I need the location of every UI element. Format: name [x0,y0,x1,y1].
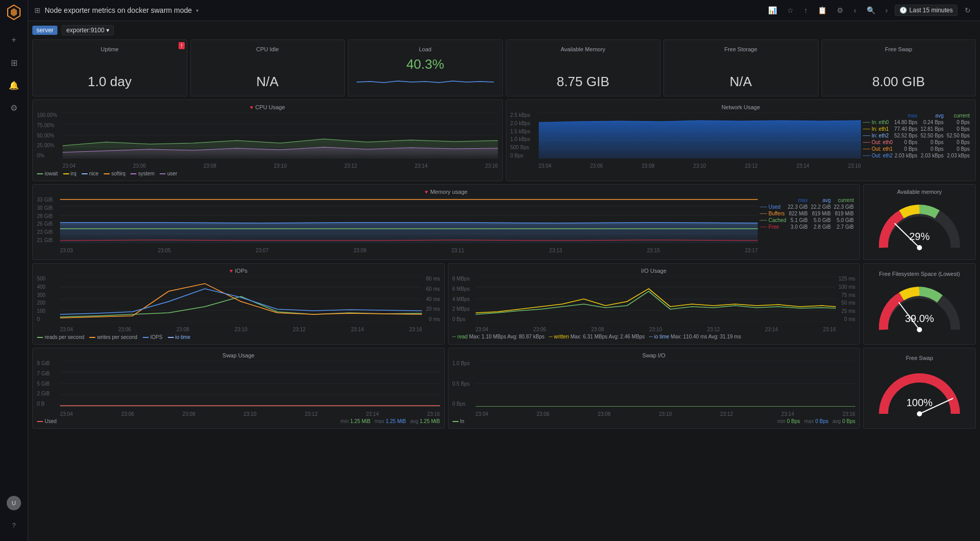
svg-text:100%: 100% [906,397,932,408]
filter-bar: server exporter:9100 ▾ [32,25,976,35]
iops-y-right: 80 ms60 ms40 ms20 ms0 ms [422,276,440,322]
help-icon[interactable]: ? [4,515,24,536]
free-swap-gauge: Free Swap 100% [863,348,976,429]
io-legend-bottom: ─ read Max: 1.10 MBps Avg: 80.87 kBps ─ … [453,334,856,339]
network-usage-chart: Network Usage 2.5 kBps2.0 kBps1.5 kBps1.… [506,99,976,181]
memory-x-labels: 23:0323:0523:0723:0923:1123:1323:1523:17 [60,248,758,253]
uptime-label: Uptime [41,46,179,52]
cpu-y-labels: 100.00%75.00%50.00%25.00%0% [37,112,63,158]
main-content: ⊞ Node exporter metrics on docker swarm … [28,0,980,541]
grid-icon: ⊞ [34,6,41,14]
free-storage-value: N/A [672,74,810,90]
swap-io-x-labels: 23:0423:0623:0823:1023:1223:1423:16 [476,411,856,417]
svg-point-24 [917,245,922,250]
swap-x-labels: 23:0423:0623:0823:1023:1223:1423:16 [60,411,440,417]
load-card: Load 40.3% [348,39,503,96]
user-avatar[interactable]: U [7,496,21,510]
available-memory-card: Available Memory 8.75 GIB [506,39,661,96]
zoom-button[interactable]: 🔍 [864,4,878,16]
page-title: ⊞ Node exporter metrics on docker swarm … [34,6,199,14]
row3-charts: ♥ Memory usage 33 GiB30 GiB28 GiB26 GiB2… [32,184,976,260]
uptime-alert: ! [179,42,184,49]
sidebar-add-icon[interactable]: + [4,30,24,50]
time-range-picker[interactable]: 🕐 Last 15 minutes [895,5,957,16]
free-storage-card: Free Storage N/A [663,39,818,96]
filesystem-gauge-svg: 39.0% [873,281,966,337]
available-memory-label: Available Memory [515,46,652,52]
cpu-svg-area [63,112,498,158]
swap-io-stats: In min 0 Bps max 0 Bps avg 0 Bps [453,418,856,424]
svg-marker-8 [63,139,498,158]
svg-marker-15 [539,121,861,158]
swap-stats: Used min 1.25 MiB max 1.25 MiB avg 1.25 … [37,418,440,424]
refresh-button[interactable]: ↻ [962,4,974,16]
io-usage-title: I/O Usage [453,268,856,274]
sidebar-dashboard-icon[interactable]: ⊞ [4,52,24,73]
uptime-value: 1.0 day [41,74,179,90]
load-label: Load [357,46,494,52]
available-memory-gauge-title: Available memory [897,189,942,195]
svg-text:29%: 29% [909,231,930,242]
row2-charts: ♥ CPU Usage 100.00%75.00%50.00%25.00%0% [32,99,976,181]
memory-legend-table: max avg current ── Used22.3 GiB22.2 GiB2… [760,197,855,253]
io-usage-chart: I/O Usage 8 MBps6 MBps4 MBps2 MBps0 Bps … [448,263,860,345]
share-button[interactable]: ↑ [801,4,811,16]
network-usage-title: Network Usage [511,104,972,110]
app-logo[interactable] [6,4,22,21]
topbar-actions: 📊 ☆ ↑ 📋 ⚙ ‹ 🔍 › 🕐 Last 15 minutes ↻ [765,4,974,16]
iops-legend: reads per second writes per second IOPS … [37,334,440,340]
memory-usage-title: ♥ Memory usage [37,189,855,195]
cpu-usage-chart: ♥ CPU Usage 100.00%75.00%50.00%25.00%0% [32,99,503,181]
swap-y-labels: 9 GiB7 GiB5 GiB2 GiB0 B [37,360,63,407]
iops-x-labels: 23:0423:0623:0823:1023:1223:1423:16 [60,327,422,332]
uptime-card: Uptime 1.0 day ! [32,39,187,96]
swap-io-y-labels: 1.0 Bps0.5 Bps0 Bps [453,360,478,407]
sidebar-alert-icon[interactable]: 🔔 [4,75,24,95]
topbar: ⊞ Node exporter metrics on docker swarm … [28,0,980,21]
free-swap-value: 8.00 GIB [830,74,968,90]
svg-point-37 [917,327,922,332]
forward-button[interactable]: › [883,4,891,16]
load-value: 40.3% [357,56,494,72]
swap-usage-chart: Swap Usage 9 GiB7 GiB5 GiB2 GiB0 B [32,348,445,429]
memory-y-labels: 33 GiB30 GiB28 GiB26 GiB23 GiB21 GiB [37,197,60,243]
title-text: Node exporter metrics on docker swarm mo… [45,6,192,14]
cpu-x-labels: 23:0423:0623:0823:1023:1223:1423:16 [63,163,498,169]
back-button[interactable]: ‹ [851,4,859,16]
exporter-chevron: ▾ [106,27,109,34]
iops-y-labels: 5004003002001000 [37,276,63,322]
cpu-heart-icon: ♥ [250,104,253,110]
sidebar: + ⊞ 🔔 ⚙ U ? [0,0,28,541]
svg-text:39.0%: 39.0% [905,313,934,324]
network-y-labels: 2.5 kBps2.0 kBps1.5 kBps1.0 kBps500 Bps0… [511,112,539,158]
save-button[interactable]: 📋 [815,4,830,16]
row5-charts: Swap Usage 9 GiB7 GiB5 GiB2 GiB0 B [32,348,976,429]
free-swap-gauge-title: Free Swap [906,355,933,361]
free-storage-label: Free Storage [672,46,810,52]
network-legend-table: max avg current ── In: eth014.80 Bps0.24… [863,112,971,169]
filesystem-gauge: Free Filesystem Space (Lowest) 39.0% [863,263,976,345]
server-filter-tag[interactable]: server [32,26,57,35]
cpu-usage-title: ♥ CPU Usage [37,104,498,110]
exporter-label: exporter:9100 [66,27,104,34]
exporter-filter-select[interactable]: exporter:9100 ▾ [62,25,114,35]
title-chevron: ▾ [196,8,199,13]
sidebar-settings-icon[interactable]: ⚙ [4,97,24,118]
cpu-idle-label: CPU Idle [199,46,337,52]
cpu-legend: iowait irq nice softirq system user [37,171,498,176]
settings-button[interactable]: ⚙ [834,4,847,16]
favorite-button[interactable]: ☆ [784,4,797,16]
clock-icon: 🕐 [899,7,907,14]
free-swap-gauge-svg: 100% [873,365,966,422]
row4-charts: ♥ IOPs 5004003002001000 80 ms60 ms40 ms2… [32,263,976,345]
cpu-idle-card: CPU Idle N/A [190,39,345,96]
svg-marker-1 [11,8,17,16]
swap-io-chart: Swap I/O 1.0 Bps0.5 Bps0 Bps [448,348,860,429]
cpu-idle-value: N/A [199,74,337,90]
available-memory-gauge: Available memory 29% [863,184,976,260]
swap-io-title: Swap I/O [453,352,856,358]
time-range-label: Last 15 minutes [909,7,953,14]
iops-title: ♥ IOPs [37,268,440,274]
graph-type-button[interactable]: 📊 [765,4,780,16]
content-area: server exporter:9100 ▾ Uptime 1.0 day ! … [28,21,980,541]
